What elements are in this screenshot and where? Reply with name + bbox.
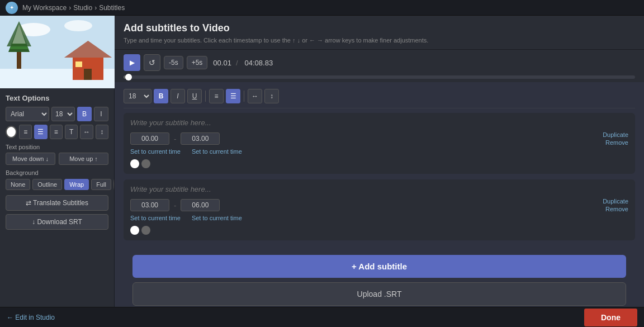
ft-align-center-btn[interactable]: ☰ xyxy=(226,89,240,103)
position-row: Move down ↓ Move up ↑ xyxy=(6,153,108,165)
workspace-link[interactable]: My Workspace xyxy=(22,4,67,12)
align-center-btn[interactable]: ☰ xyxy=(34,125,47,139)
remove-btn-2[interactable]: Remove xyxy=(605,206,628,212)
add-subtitle-btn[interactable]: + Add subtitle xyxy=(132,255,626,278)
svg-point-2 xyxy=(64,20,92,31)
end-time-1[interactable] xyxy=(181,132,220,145)
main-layout: Text Options Arial 18 B I ≡ ☰ ≡ T ↔ xyxy=(0,16,644,307)
breadcrumb-sep1: › xyxy=(69,4,71,12)
line-height-btn[interactable]: ↕ xyxy=(96,125,108,139)
format-toolbar: 18 B I U ≡ ☰ ↔ ↕ xyxy=(124,86,635,108)
time-dash-1: - xyxy=(174,135,176,143)
align-right-btn[interactable]: ≡ xyxy=(50,125,63,139)
bg-full-btn[interactable]: Full xyxy=(91,179,111,190)
svg-rect-13 xyxy=(75,61,82,67)
set-start-time-2[interactable]: Set to current time xyxy=(130,215,181,221)
start-time-2[interactable] xyxy=(130,199,169,211)
text-shadow-btn[interactable]: T xyxy=(65,125,78,139)
total-time: 04:08.83 xyxy=(245,59,273,67)
color-gray-1[interactable] xyxy=(141,159,150,168)
end-time-2[interactable] xyxy=(181,199,220,211)
breadcrumb-current: Subtitles xyxy=(99,4,125,12)
timing-row-1: - xyxy=(130,132,220,145)
duplicate-btn-2[interactable]: Duplicate xyxy=(603,198,628,205)
set-start-time-1[interactable]: Set to current time xyxy=(130,148,181,155)
studio-link[interactable]: Studio xyxy=(73,4,92,12)
subtitle-text-1[interactable] xyxy=(130,119,628,131)
subtitle-entry-2: - Duplicate Remove Set to current time S… xyxy=(124,179,635,240)
set-end-time-2[interactable]: Set to current time xyxy=(192,215,242,221)
dup-remove-2: Duplicate Remove xyxy=(603,198,628,212)
dup-remove-1: Duplicate Remove xyxy=(603,131,628,146)
skip-fwd-button[interactable]: +5s xyxy=(187,56,208,69)
text-options-title: Text Options xyxy=(6,94,108,102)
ft-align-left-btn[interactable]: ≡ xyxy=(209,89,224,103)
restart-button[interactable]: ↺ xyxy=(144,54,160,71)
bottom-bar: ← Edit in Studio Done xyxy=(0,307,644,327)
progress-bar-wrap xyxy=(115,75,644,82)
breadcrumb-sep2: › xyxy=(94,4,97,12)
sidebar: Text Options Arial 18 B I ≡ ☰ ≡ T ↔ xyxy=(0,16,115,307)
current-time: 00.01 xyxy=(213,59,231,67)
bg-outline-btn[interactable]: Outline xyxy=(32,179,62,190)
main-area: Add subtitles to Video Type and time you… xyxy=(115,16,644,307)
bg-color-picker[interactable] xyxy=(113,178,114,191)
video-thumbnail xyxy=(0,16,115,88)
sidebar-options: Text Options Arial 18 B I ≡ ☰ ≡ T ↔ xyxy=(0,88,114,307)
action-buttons: + Add subtitle Upload .SRT xyxy=(124,246,635,307)
page-title: Add subtitles to Video xyxy=(124,22,635,34)
color-white-2[interactable] xyxy=(130,226,139,235)
skip-back-button[interactable]: -5s xyxy=(164,56,183,69)
ft-separator1 xyxy=(205,91,206,102)
upload-srt-btn[interactable]: Upload .SRT xyxy=(132,282,626,306)
color-gray-2[interactable] xyxy=(141,226,150,235)
ft-italic-btn[interactable]: I xyxy=(171,89,185,103)
font-family-select[interactable]: Arial xyxy=(6,107,49,121)
time-separator: / xyxy=(236,59,238,67)
italic-button[interactable]: I xyxy=(94,107,108,121)
start-time-1[interactable] xyxy=(130,132,169,145)
text-position-label: Text position xyxy=(6,144,108,150)
done-button[interactable]: Done xyxy=(584,309,637,326)
remove-btn-1[interactable]: Remove xyxy=(605,139,628,146)
letter-spacing-btn[interactable]: ↔ xyxy=(80,125,93,139)
progress-handle[interactable] xyxy=(125,74,132,80)
align-row: ≡ ☰ ≡ T ↔ ↕ xyxy=(6,125,108,139)
font-size-select[interactable]: 18 xyxy=(51,107,75,121)
player-controls: ▶ ↺ -5s +5s 00.01 / 04:08.83 xyxy=(115,50,644,75)
ft-size-select[interactable]: 18 xyxy=(124,89,151,103)
move-down-btn[interactable]: Move down ↓ xyxy=(6,153,55,165)
play-button[interactable]: ▶ xyxy=(124,54,140,71)
bg-wrap-btn[interactable]: Wrap xyxy=(64,179,89,190)
set-end-time-1[interactable]: Set to current time xyxy=(192,148,242,155)
avatar: ✦ xyxy=(6,2,18,14)
progress-bar[interactable] xyxy=(124,75,635,79)
download-srt-btn[interactable]: ↓ Download SRT xyxy=(6,214,108,230)
topbar: ✦ My Workspace › Studio › Subtitles xyxy=(0,0,644,16)
bold-button[interactable]: B xyxy=(77,107,92,121)
ft-bold-btn[interactable]: B xyxy=(154,89,168,103)
svg-rect-4 xyxy=(17,49,21,69)
font-row: Arial 18 B I xyxy=(6,107,108,121)
subtitle-text-2[interactable] xyxy=(130,185,628,198)
text-color-picker[interactable] xyxy=(6,126,17,138)
duplicate-btn-1[interactable]: Duplicate xyxy=(603,131,628,138)
colorbar-2 xyxy=(130,226,628,235)
ft-underline-btn[interactable]: U xyxy=(187,89,202,103)
move-up-btn[interactable]: Move up ↑ xyxy=(59,153,108,165)
svg-rect-12 xyxy=(84,69,92,80)
translate-subtitles-btn[interactable]: ⇄ Translate Subtitles xyxy=(6,195,108,211)
align-left-btn[interactable]: ≡ xyxy=(19,125,32,139)
ft-line-height-btn[interactable]: ↕ xyxy=(264,89,279,103)
ft-spacing-btn[interactable]: ↔ xyxy=(248,89,262,103)
header-section: Add subtitles to Video Type and time you… xyxy=(115,16,644,50)
bg-row: None Outline Wrap Full xyxy=(6,178,108,191)
bg-none-btn[interactable]: None xyxy=(6,179,30,190)
colorbar-1 xyxy=(130,159,628,168)
background-label: Background xyxy=(6,169,108,176)
page-description: Type and time your subtitles. Click each… xyxy=(124,36,635,45)
color-white-1[interactable] xyxy=(130,159,139,168)
edit-in-studio-btn[interactable]: ← Edit in Studio xyxy=(7,314,55,321)
timing-row-2: - xyxy=(130,199,220,211)
subtitle-editor: 18 B I U ≡ ☰ ↔ ↕ - xyxy=(115,82,644,307)
